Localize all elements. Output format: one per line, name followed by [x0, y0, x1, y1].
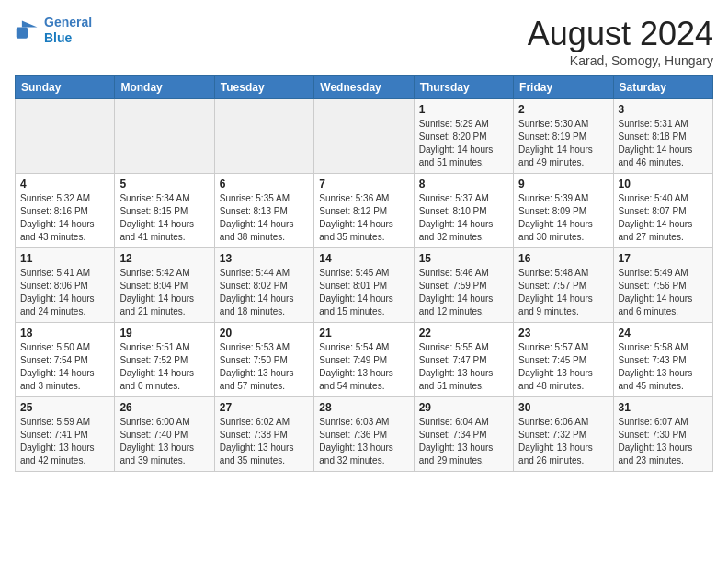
svg-marker-1 — [22, 20, 38, 27]
calendar-cell: 19Sunrise: 5:51 AMSunset: 7:52 PMDayligh… — [115, 323, 214, 397]
calendar-cell — [214, 99, 313, 174]
day-info: Sunrise: 5:48 AMSunset: 7:57 PMDaylight:… — [518, 267, 608, 318]
week-row-1: 1Sunrise: 5:29 AMSunset: 8:20 PMDaylight… — [16, 99, 713, 174]
calendar-cell: 3Sunrise: 5:31 AMSunset: 8:18 PMDaylight… — [613, 99, 712, 174]
calendar-cell: 31Sunrise: 6:07 AMSunset: 7:30 PMDayligh… — [613, 397, 712, 472]
svg-rect-0 — [17, 27, 28, 38]
calendar-cell: 26Sunrise: 6:00 AMSunset: 7:40 PMDayligh… — [115, 397, 214, 472]
day-info: Sunrise: 5:34 AMSunset: 8:15 PMDaylight:… — [119, 192, 209, 244]
day-info: Sunrise: 5:59 AMSunset: 7:41 PMDaylight:… — [20, 416, 109, 467]
day-info: Sunrise: 5:40 AMSunset: 8:07 PMDaylight:… — [619, 192, 708, 244]
calendar-cell: 6Sunrise: 5:35 AMSunset: 8:13 PMDaylight… — [214, 174, 313, 248]
day-info: Sunrise: 5:45 AMSunset: 8:01 PMDaylight:… — [319, 267, 408, 318]
calendar-cell: 9Sunrise: 5:39 AMSunset: 8:09 PMDaylight… — [514, 174, 613, 248]
weekday-header-monday: Monday — [115, 76, 214, 99]
weekday-header-thursday: Thursday — [414, 76, 513, 99]
day-number: 16 — [518, 252, 608, 265]
day-number: 14 — [319, 252, 408, 265]
calendar-cell: 12Sunrise: 5:42 AMSunset: 8:04 PMDayligh… — [115, 248, 214, 323]
day-number: 6 — [220, 178, 309, 190]
day-info: Sunrise: 5:53 AMSunset: 7:50 PMDaylight:… — [220, 341, 309, 393]
calendar-cell: 14Sunrise: 5:45 AMSunset: 8:01 PMDayligh… — [314, 248, 414, 323]
day-number: 17 — [619, 252, 708, 265]
day-number: 7 — [319, 178, 408, 190]
day-number: 22 — [419, 327, 508, 339]
day-info: Sunrise: 5:44 AMSunset: 8:02 PMDaylight:… — [220, 267, 309, 318]
calendar-cell: 13Sunrise: 5:44 AMSunset: 8:02 PMDayligh… — [214, 248, 313, 323]
day-number: 15 — [419, 252, 508, 265]
calendar-cell: 5Sunrise: 5:34 AMSunset: 8:15 PMDaylight… — [115, 174, 214, 248]
day-info: Sunrise: 5:37 AMSunset: 8:10 PMDaylight:… — [419, 192, 508, 244]
day-number: 9 — [518, 178, 608, 190]
calendar-cell: 18Sunrise: 5:50 AMSunset: 7:54 PMDayligh… — [16, 323, 115, 397]
day-number: 31 — [619, 401, 708, 414]
calendar-cell: 20Sunrise: 5:53 AMSunset: 7:50 PMDayligh… — [214, 323, 313, 397]
day-number: 28 — [319, 401, 408, 414]
day-info: Sunrise: 5:31 AMSunset: 8:18 PMDaylight:… — [619, 118, 708, 169]
calendar-cell: 28Sunrise: 6:03 AMSunset: 7:36 PMDayligh… — [314, 397, 414, 472]
day-info: Sunrise: 5:58 AMSunset: 7:43 PMDaylight:… — [619, 341, 708, 393]
calendar-table: SundayMondayTuesdayWednesdayThursdayFrid… — [15, 75, 713, 472]
day-number: 4 — [20, 178, 109, 190]
day-number: 12 — [119, 252, 209, 265]
calendar-cell: 11Sunrise: 5:41 AMSunset: 8:06 PMDayligh… — [16, 248, 115, 323]
calendar-cell: 1Sunrise: 5:29 AMSunset: 8:20 PMDaylight… — [414, 99, 513, 174]
day-number: 26 — [119, 401, 209, 414]
calendar-cell: 24Sunrise: 5:58 AMSunset: 7:43 PMDayligh… — [613, 323, 712, 397]
day-number: 18 — [20, 327, 109, 339]
day-info: Sunrise: 5:50 AMSunset: 7:54 PMDaylight:… — [20, 341, 109, 393]
calendar-header: SundayMondayTuesdayWednesdayThursdayFrid… — [16, 76, 713, 99]
week-row-2: 4Sunrise: 5:32 AMSunset: 8:16 PMDaylight… — [16, 174, 713, 248]
day-info: Sunrise: 5:57 AMSunset: 7:45 PMDaylight:… — [518, 341, 608, 393]
title-block: August 2024 Karad, Somogy, Hungary — [528, 15, 713, 68]
day-number: 25 — [20, 401, 109, 414]
weekday-header-wednesday: Wednesday — [314, 76, 414, 99]
calendar-cell: 27Sunrise: 6:02 AMSunset: 7:38 PMDayligh… — [214, 397, 313, 472]
weekday-header-tuesday: Tuesday — [214, 76, 313, 99]
calendar-cell: 29Sunrise: 6:04 AMSunset: 7:34 PMDayligh… — [414, 397, 513, 472]
calendar-cell: 17Sunrise: 5:49 AMSunset: 7:56 PMDayligh… — [613, 248, 712, 323]
calendar-cell: 23Sunrise: 5:57 AMSunset: 7:45 PMDayligh… — [514, 323, 613, 397]
calendar-cell: 21Sunrise: 5:54 AMSunset: 7:49 PMDayligh… — [314, 323, 414, 397]
day-info: Sunrise: 6:02 AMSunset: 7:38 PMDaylight:… — [220, 416, 309, 467]
day-number: 21 — [319, 327, 408, 339]
day-info: Sunrise: 6:04 AMSunset: 7:34 PMDaylight:… — [419, 416, 508, 467]
day-number: 11 — [20, 252, 109, 265]
calendar-cell — [314, 99, 414, 174]
location: Karad, Somogy, Hungary — [528, 53, 713, 68]
week-row-5: 25Sunrise: 5:59 AMSunset: 7:41 PMDayligh… — [16, 397, 713, 472]
day-number: 23 — [518, 327, 608, 339]
day-number: 29 — [419, 401, 508, 414]
weekday-header-saturday: Saturday — [613, 76, 712, 99]
calendar-cell: 16Sunrise: 5:48 AMSunset: 7:57 PMDayligh… — [514, 248, 613, 323]
day-number: 30 — [518, 401, 608, 414]
day-number: 10 — [619, 178, 708, 190]
logo: General Blue — [15, 15, 92, 46]
day-info: Sunrise: 5:30 AMSunset: 8:19 PMDaylight:… — [518, 118, 608, 169]
day-info: Sunrise: 5:41 AMSunset: 8:06 PMDaylight:… — [20, 267, 109, 318]
month-title: August 2024 — [528, 15, 713, 53]
day-info: Sunrise: 5:36 AMSunset: 8:12 PMDaylight:… — [319, 192, 408, 244]
day-number: 13 — [220, 252, 309, 265]
calendar-cell: 10Sunrise: 5:40 AMSunset: 8:07 PMDayligh… — [613, 174, 712, 248]
day-info: Sunrise: 5:54 AMSunset: 7:49 PMDaylight:… — [319, 341, 408, 393]
calendar-cell: 22Sunrise: 5:55 AMSunset: 7:47 PMDayligh… — [414, 323, 513, 397]
logo-text: General Blue — [44, 15, 92, 46]
day-info: Sunrise: 5:39 AMSunset: 8:09 PMDaylight:… — [518, 192, 608, 244]
day-number: 20 — [220, 327, 309, 339]
day-number: 5 — [119, 178, 209, 190]
day-number: 2 — [518, 103, 608, 116]
calendar-cell: 30Sunrise: 6:06 AMSunset: 7:32 PMDayligh… — [514, 397, 613, 472]
calendar-cell: 25Sunrise: 5:59 AMSunset: 7:41 PMDayligh… — [16, 397, 115, 472]
day-number: 19 — [119, 327, 209, 339]
day-number: 27 — [220, 401, 309, 414]
day-number: 1 — [419, 103, 508, 116]
calendar-cell — [115, 99, 214, 174]
day-info: Sunrise: 5:29 AMSunset: 8:20 PMDaylight:… — [419, 118, 508, 169]
weekday-header-friday: Friday — [514, 76, 613, 99]
calendar-cell: 2Sunrise: 5:30 AMSunset: 8:19 PMDaylight… — [514, 99, 613, 174]
day-number: 3 — [619, 103, 708, 116]
day-info: Sunrise: 6:07 AMSunset: 7:30 PMDaylight:… — [619, 416, 708, 467]
day-info: Sunrise: 6:03 AMSunset: 7:36 PMDaylight:… — [319, 416, 408, 467]
day-info: Sunrise: 5:49 AMSunset: 7:56 PMDaylight:… — [619, 267, 708, 318]
